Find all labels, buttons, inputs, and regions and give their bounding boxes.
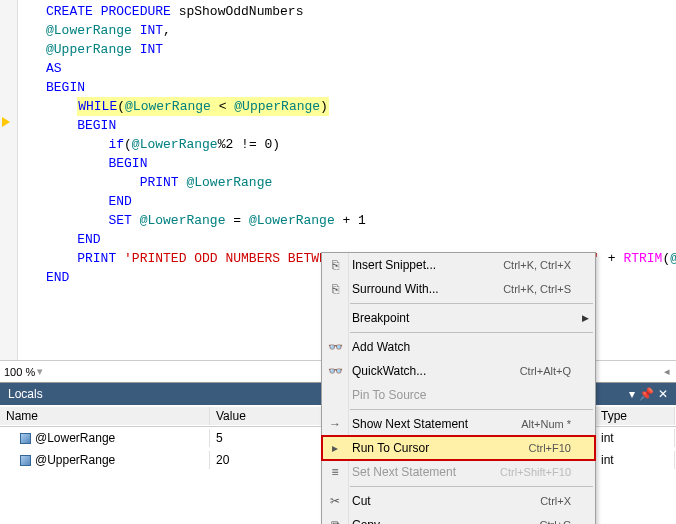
menu-separator — [350, 409, 593, 410]
txt: + — [600, 251, 623, 266]
kw: BEGIN — [77, 118, 116, 133]
menu-label: Breakpoint — [352, 311, 571, 325]
menu-item-surround-with[interactable]: ⎘Surround With...Ctrl+K, Ctrl+S — [322, 277, 595, 301]
var: @LowerRange — [46, 23, 132, 38]
menu-shortcut: Ctrl+Shift+F10 — [500, 466, 571, 478]
menu-label: Cut — [352, 494, 540, 508]
menu-shortcut: Ctrl+Alt+Q — [520, 365, 571, 377]
menu-separator — [350, 332, 593, 333]
menu-label: Show Next Statement — [352, 417, 521, 431]
proc-name: spShowOddNumbers — [179, 4, 304, 19]
txt: ( — [117, 99, 125, 114]
menu-label: Insert Snippet... — [352, 258, 503, 272]
menu-label: Add Watch — [352, 340, 571, 354]
menu-separator — [350, 486, 593, 487]
kw: PRINT — [140, 175, 179, 190]
menu-item-breakpoint[interactable]: Breakpoint▶ — [322, 306, 595, 330]
txt: ) — [320, 99, 328, 114]
pin-icon[interactable]: 📌 — [639, 387, 654, 401]
txt: + 1 — [335, 213, 366, 228]
cut-icon: ✂ — [326, 494, 344, 508]
menu-label: Run To Cursor — [352, 441, 529, 455]
menu-item-set-next-statement: ≡Set Next StatementCtrl+Shift+F10 — [322, 460, 595, 484]
menu-item-run-to-cursor[interactable]: ▸Run To CursorCtrl+F10 — [322, 436, 595, 460]
zoom-level[interactable]: 100 % — [4, 366, 35, 378]
col-type[interactable]: Type — [595, 407, 675, 425]
current-statement-arrow — [2, 117, 14, 129]
menu-item-quickwatch[interactable]: 👓QuickWatch...Ctrl+Alt+Q — [322, 359, 595, 383]
var: @LowerRange — [125, 99, 211, 114]
menu-shortcut: Ctrl+X — [540, 495, 571, 507]
menu-item-insert-snippet[interactable]: ⎘Insert Snippet...Ctrl+K, Ctrl+X — [322, 253, 595, 277]
menu-label: Pin To Source — [352, 388, 571, 402]
txt: , — [163, 23, 171, 38]
zoom-dropdown-icon[interactable]: ▾ — [37, 365, 43, 378]
context-menu[interactable]: ⎘Insert Snippet...Ctrl+K, Ctrl+X⎘Surroun… — [321, 252, 596, 524]
window-dropdown-icon[interactable]: ▾ — [629, 387, 635, 401]
kw: BEGIN — [108, 156, 147, 171]
local-name: @LowerRange — [35, 431, 115, 445]
txt: = — [225, 213, 248, 228]
kw: AS — [46, 61, 62, 76]
submenu-arrow-icon: ▶ — [582, 313, 589, 323]
txt: < — [211, 99, 234, 114]
kw: END — [46, 270, 69, 285]
variable-icon — [20, 433, 31, 444]
menu-label: Set Next Statement — [352, 465, 500, 479]
scroll-left-icon[interactable]: ◂ — [664, 365, 670, 378]
txt: ( — [124, 137, 132, 152]
menu-label: Copy — [352, 518, 540, 524]
quickwatch-icon: 👓 — [326, 364, 344, 378]
var: @LowerRange — [132, 137, 218, 152]
menu-item-add-watch[interactable]: 👓Add Watch — [322, 335, 595, 359]
kw-while: WHILE — [78, 99, 117, 114]
surround-icon: ⎘ — [326, 282, 344, 296]
var: @LowerRange — [140, 213, 226, 228]
var: @UpperRange — [234, 99, 320, 114]
kw-create: CREATE — [46, 4, 93, 19]
copy-icon: ⧉ — [326, 518, 344, 524]
menu-shortcut: Alt+Num * — [521, 418, 571, 430]
variable-icon — [20, 455, 31, 466]
var: @LowerRange — [249, 213, 335, 228]
var: @UpperRange — [46, 42, 132, 57]
menu-label: QuickWatch... — [352, 364, 520, 378]
col-name[interactable]: Name — [0, 407, 210, 425]
kw: END — [108, 194, 131, 209]
kw: INT — [140, 23, 163, 38]
kw: END — [77, 232, 100, 247]
close-icon[interactable]: ✕ — [658, 387, 668, 401]
menu-item-show-next-statement[interactable]: →Show Next StatementAlt+Num * — [322, 412, 595, 436]
menu-item-pin-to-source: Pin To Source — [322, 383, 595, 407]
locals-title: Locals — [8, 387, 43, 401]
menu-item-cut[interactable]: ✂CutCtrl+X — [322, 489, 595, 513]
shownext-icon: → — [326, 417, 344, 431]
kw: if — [108, 137, 124, 152]
kw: PRINT — [77, 251, 116, 266]
var: @LowerRange — [186, 175, 272, 190]
menu-shortcut: Ctrl+K, Ctrl+X — [503, 259, 571, 271]
menu-shortcut: Ctrl+C — [540, 519, 571, 524]
menu-item-copy[interactable]: ⧉CopyCtrl+C — [322, 513, 595, 524]
menu-shortcut: Ctrl+F10 — [529, 442, 572, 454]
txt: %2 != 0) — [218, 137, 280, 152]
watch-icon: 👓 — [326, 340, 344, 354]
menu-shortcut: Ctrl+K, Ctrl+S — [503, 283, 571, 295]
editor-gutter — [0, 0, 18, 360]
local-type: int — [595, 451, 675, 469]
local-type: int — [595, 429, 675, 447]
fn: RTRIM — [623, 251, 662, 266]
menu-label: Surround With... — [352, 282, 503, 296]
kw: BEGIN — [46, 80, 85, 95]
kw: SET — [108, 213, 131, 228]
kw: INT — [140, 42, 163, 57]
local-name: @UpperRange — [35, 453, 115, 467]
snippet-icon: ⎘ — [326, 258, 344, 272]
kw-procedure: PROCEDURE — [101, 4, 171, 19]
runto-icon: ▸ — [326, 441, 344, 455]
var: @UpperRange — [670, 251, 676, 266]
menu-separator — [350, 303, 593, 304]
setnext-icon: ≡ — [326, 465, 344, 479]
